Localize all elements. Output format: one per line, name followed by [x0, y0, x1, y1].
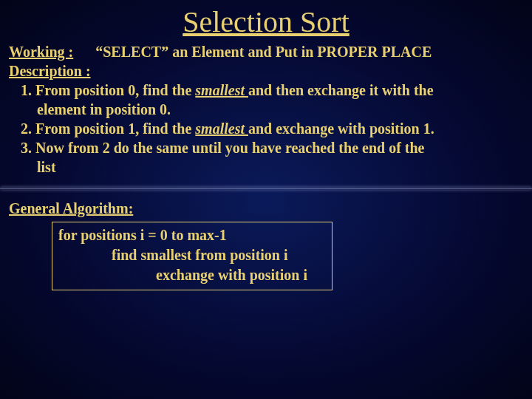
general-label: General Algorithm: — [9, 199, 523, 219]
desc-2-mid: and exchange with position 1. — [248, 120, 434, 137]
algo-line-1: for positions i = 0 to max-1 — [58, 225, 326, 245]
description-label-line: Description : — [9, 61, 523, 81]
general-block: General Algorithm: for positions i = 0 t… — [0, 199, 532, 290]
desc-3-prefix: 3. Now from 2 do the same until you have… — [21, 140, 424, 156]
desc-1-prefix: 1. From position 0, find the — [21, 82, 195, 98]
working-label: Working : — [9, 44, 73, 60]
algorithm-box: for positions i = 0 to max-1 find smalle… — [52, 222, 332, 290]
desc-1-mid: and then exchange it with the — [248, 82, 434, 98]
desc-1-cont: element in position 0. — [9, 100, 523, 119]
desc-3-cont: list — [9, 157, 523, 177]
description-item-3: 3. Now from 2 do the same until you have… — [9, 138, 523, 157]
working-text: “SELECT” an Element and Put in PROPER PL… — [95, 44, 432, 60]
description-item-1: 1. From position 0, find the smallest an… — [9, 81, 523, 100]
algo-line-2: find smallest from position i — [58, 245, 326, 265]
algo-line-3: exchange with position i — [58, 265, 326, 285]
description-item-2: 2. From position 1, find the smallest an… — [9, 119, 523, 138]
working-line: Working : “SELECT” an Element and Put in… — [9, 42, 523, 61]
desc-2-em: smallest — [195, 120, 248, 137]
divider-line — [0, 187, 532, 190]
desc-2-prefix: 2. From position 1, find the — [21, 120, 195, 137]
content-block: Working : “SELECT” an Element and Put in… — [0, 42, 532, 177]
slide-title: Selection Sort — [0, 0, 532, 42]
description-label: Description : — [9, 63, 91, 79]
desc-1-em: smallest — [195, 82, 248, 98]
